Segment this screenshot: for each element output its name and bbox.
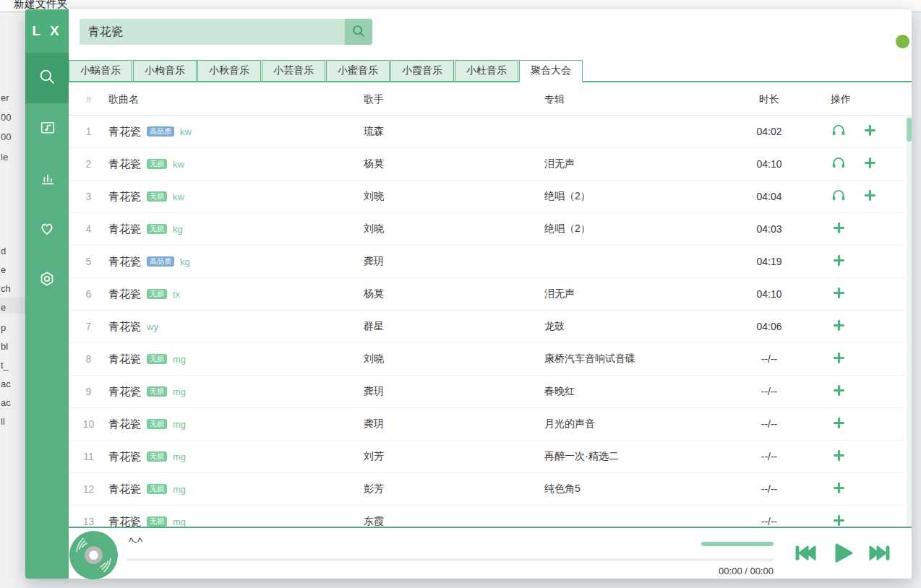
- album-name: 绝唱（2）: [544, 190, 736, 203]
- song-row[interactable]: 3 青花瓷 无损 kw 刘晓 绝唱（2） 04:04: [69, 181, 906, 213]
- sidebar-item-search[interactable]: [25, 53, 69, 103]
- singer-name: 龚玥: [364, 255, 544, 268]
- next-icon: [867, 540, 894, 569]
- song-row[interactable]: 9 青花瓷 无损 mg 龚玥 春晚红 --/--: [69, 376, 906, 408]
- singer-name: 刘晓: [364, 222, 544, 235]
- song-row[interactable]: 13 青花瓷 无损 mg 东霞 --/--: [69, 506, 906, 527]
- add-song-button[interactable]: [862, 124, 878, 139]
- song-table: 1 青花瓷 高品质 kw 琉森 04:02: [69, 116, 906, 527]
- sidebar-item-songlist[interactable]: [25, 103, 69, 154]
- duration: 04:02: [736, 126, 802, 137]
- play-button[interactable]: [829, 541, 856, 568]
- song-title: 青花瓷: [108, 483, 141, 496]
- table-scrollbar-track[interactable]: [907, 116, 912, 527]
- app-logo: L X: [25, 9, 69, 53]
- song-title: 青花瓷: [108, 287, 141, 301]
- playback-controls: [792, 541, 894, 568]
- source-tab[interactable]: 小杜音乐: [455, 60, 518, 81]
- song-title: 青花瓷: [108, 157, 141, 171]
- tab-label: 小杜音乐: [466, 64, 507, 77]
- magnifier-icon: [351, 23, 367, 41]
- row-index: 12: [69, 483, 108, 495]
- tab-label: 聚合大会: [531, 64, 571, 77]
- table-header: # 歌曲名 歌手 专辑 时长 操作: [69, 84, 906, 116]
- album-name: 月光的声音: [544, 418, 736, 431]
- progress-bar[interactable]: [127, 558, 774, 561]
- table-scrollbar-thumb[interactable]: [907, 118, 912, 142]
- heart-icon: [38, 219, 56, 241]
- play-song-button[interactable]: [831, 124, 847, 139]
- search-input[interactable]: [80, 19, 345, 45]
- add-song-button[interactable]: [862, 156, 878, 172]
- source-tag: wy: [147, 321, 158, 332]
- song-row[interactable]: 2 青花瓷 无损 kw 杨莫 泪无声 04:10: [69, 148, 906, 181]
- play-icon: [829, 540, 856, 569]
- source-tab[interactable]: 小蜗音乐: [69, 60, 132, 81]
- plus-icon: [831, 253, 847, 271]
- background-text-fragment: er: [1, 92, 9, 103]
- add-song-button[interactable]: [831, 221, 847, 237]
- source-tab[interactable]: 聚合大会: [519, 60, 583, 82]
- add-song-button[interactable]: [831, 384, 847, 399]
- album-disc-icon[interactable]: [69, 531, 118, 579]
- previous-icon: [792, 540, 818, 569]
- song-row[interactable]: 10 青花瓷 无损 mg 龚玥 月光的声音 --/--: [69, 408, 906, 441]
- quality-badge: 无损: [147, 516, 167, 527]
- source-tab[interactable]: 小芸音乐: [262, 60, 325, 81]
- source-tag: kw: [173, 159, 184, 170]
- sidebar-item-love[interactable]: [25, 204, 69, 255]
- add-song-button[interactable]: [831, 319, 847, 334]
- source-tag: mg: [173, 419, 186, 430]
- song-row[interactable]: 5 青花瓷 高品质 kg 龚玥 04:19: [69, 246, 906, 278]
- tab-label: 小蜗音乐: [80, 64, 121, 77]
- search-button[interactable]: [345, 19, 372, 45]
- song-row[interactable]: 4 青花瓷 无损 kg 刘晓 绝唱（2） 04:03: [69, 213, 906, 246]
- row-index: 1: [69, 126, 108, 137]
- source-tab[interactable]: 小霞音乐: [390, 60, 454, 81]
- source-tab[interactable]: 小蜜音乐: [326, 60, 390, 81]
- bar-chart-icon: [38, 169, 56, 190]
- source-tag: kw: [173, 191, 184, 202]
- song-row[interactable]: 7 青花瓷 wy 群星 龙鼓 04:06: [69, 311, 906, 343]
- duration: --/--: [736, 353, 802, 365]
- song-row[interactable]: 12 青花瓷 无损 mg 彭芳 纯色角5 --/--: [69, 473, 906, 506]
- play-song-button[interactable]: [831, 156, 847, 172]
- sidebar-item-settings[interactable]: [25, 255, 69, 306]
- plus-icon: [862, 188, 878, 206]
- add-song-button[interactable]: [831, 286, 847, 302]
- source-tag: kg: [180, 256, 190, 267]
- minimize-button[interactable]: [896, 35, 909, 48]
- background-text-fragment: d: [1, 246, 6, 256]
- add-song-button[interactable]: [831, 514, 847, 527]
- song-title: 青花瓷: [108, 418, 141, 431]
- song-row[interactable]: 11 青花瓷 无损 mg 刘芳 再醉一次·精选二 --/--: [69, 441, 906, 473]
- singer-name: 杨莫: [364, 287, 544, 301]
- next-button[interactable]: [867, 541, 894, 568]
- song-row[interactable]: 1 青花瓷 高品质 kw 琉森 04:02: [69, 116, 906, 148]
- add-song-button[interactable]: [862, 189, 878, 204]
- add-song-button[interactable]: [831, 416, 847, 432]
- row-index: 9: [69, 386, 108, 397]
- background-text-fragment: le: [1, 152, 8, 163]
- row-index: 13: [69, 516, 108, 527]
- volume-slider[interactable]: [701, 542, 774, 546]
- song-row[interactable]: 8 青花瓷 无损 mg 刘晓 康桥汽车音响试音碟 --/--: [69, 343, 906, 376]
- source-tab[interactable]: 小秋音乐: [197, 60, 261, 81]
- previous-button[interactable]: [792, 541, 818, 568]
- singer-name: 龚玥: [364, 418, 544, 431]
- sidebar-item-leaderboard[interactable]: [25, 154, 69, 204]
- song-title: 青花瓷: [108, 450, 141, 464]
- source-tab[interactable]: 小枸音乐: [133, 60, 197, 81]
- settings-icon: [38, 269, 56, 291]
- album-name: 泪无声: [544, 287, 736, 301]
- add-song-button[interactable]: [831, 449, 847, 464]
- row-index: 4: [69, 223, 108, 235]
- play-song-button[interactable]: [831, 189, 847, 204]
- song-title: 青花瓷: [108, 385, 141, 399]
- add-song-button[interactable]: [831, 254, 847, 269]
- row-index: 3: [69, 191, 108, 202]
- add-song-button[interactable]: [831, 351, 847, 367]
- add-song-button[interactable]: [831, 481, 847, 497]
- song-row[interactable]: 6 青花瓷 无损 tx 杨莫 泪无声 04:10: [69, 278, 906, 311]
- singer-name: 龚玥: [364, 385, 544, 398]
